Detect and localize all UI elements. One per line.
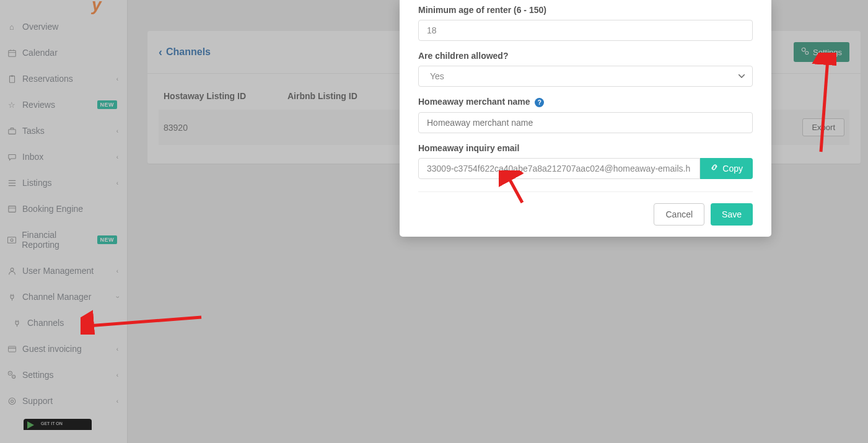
copy-button-label: Copy [722,164,743,173]
modal-footer: Cancel Save [418,191,753,237]
copy-button[interactable]: Copy [700,158,753,179]
children-allowed-label: Are children allowed? [418,51,753,61]
save-button[interactable]: Save [711,203,753,226]
help-icon[interactable]: ? [535,98,544,107]
settings-modal: Minimum age of renter (6 - 150) Are chil… [400,0,771,237]
cancel-button[interactable]: Cancel [654,203,704,226]
inquiry-email-label: Homeaway inquiry email [418,143,753,153]
link-icon [710,163,719,173]
inquiry-email-input[interactable] [418,158,700,179]
min-age-input[interactable] [418,20,753,41]
children-allowed-select[interactable]: Yes [418,66,753,87]
merchant-name-input[interactable] [418,112,753,133]
merchant-name-label: Homeaway merchant name ? [418,97,753,107]
min-age-label: Minimum age of renter (6 - 150) [418,5,753,15]
